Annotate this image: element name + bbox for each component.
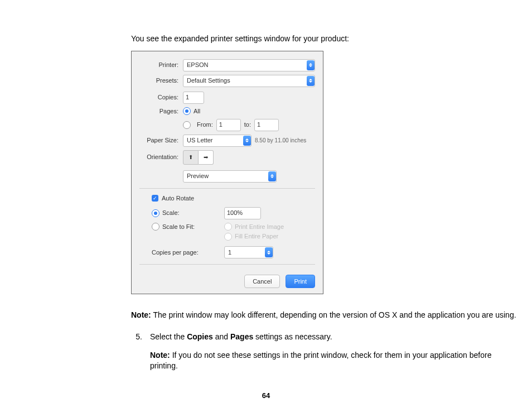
print-entire-radio: [224, 223, 232, 231]
dropdown-icon: [307, 60, 315, 70]
scale-to-fit-radio[interactable]: [152, 223, 159, 231]
print-dialog: Printer: EPSON Presets: Default Settings…: [131, 51, 323, 294]
note-label: Note:: [131, 310, 151, 319]
section-select[interactable]: Preview: [183, 170, 277, 183]
copies-per-page-value: 1: [228, 248, 265, 257]
scale-label: Scale:: [162, 209, 180, 217]
orientation-label: Orientation:: [139, 153, 183, 161]
auto-rotate-label: Auto Rotate: [162, 194, 194, 203]
page-number: 64: [0, 391, 532, 400]
print-button[interactable]: Print: [286, 275, 315, 288]
from-label: From:: [197, 121, 213, 129]
from-value: 1: [219, 121, 223, 129]
dropdown-icon: [243, 136, 251, 146]
dropdown-icon: [307, 76, 315, 86]
pages-all-label: All: [194, 107, 200, 116]
orientation-landscape-button[interactable]: ➡︎: [199, 150, 214, 165]
fill-paper-label: Fill Entire Paper: [235, 232, 278, 241]
note-1: Note: The print window may look differen…: [131, 310, 521, 320]
from-input[interactable]: 1: [216, 119, 241, 131]
scale-value: 100%: [227, 209, 243, 217]
cancel-button[interactable]: Cancel: [244, 275, 280, 288]
auto-rotate-checkbox[interactable]: ✓: [152, 195, 158, 202]
landscape-icon: ➡︎: [204, 155, 208, 160]
pages-all-radio[interactable]: [183, 107, 191, 115]
pages-label: Pages:: [139, 107, 183, 116]
presets-value: Default Settings: [187, 76, 307, 85]
note-2-text: If you do not see these settings in the …: [150, 351, 491, 370]
copies-input[interactable]: 1: [183, 92, 204, 104]
orientation-portrait-button[interactable]: ⬆︎: [183, 150, 199, 165]
section-value: Preview: [187, 172, 268, 180]
to-label: to:: [244, 121, 251, 129]
pages-from-radio[interactable]: [183, 121, 191, 129]
fill-paper-radio: [224, 233, 232, 241]
step-5-number: 5.: [131, 332, 142, 371]
presets-label: Presets:: [139, 76, 183, 85]
scale-radio[interactable]: [152, 209, 159, 217]
copies-per-page-label: Copies per page:: [152, 248, 199, 257]
paper-dimensions: 8.50 by 11.00 inches: [255, 137, 306, 145]
papersize-label: Paper Size:: [139, 136, 183, 145]
dropdown-icon: [265, 247, 273, 257]
printer-select[interactable]: EPSON: [183, 59, 315, 71]
copies-per-page-select[interactable]: 1: [224, 246, 273, 258]
to-input[interactable]: 1: [254, 119, 279, 131]
presets-select[interactable]: Default Settings: [183, 75, 315, 87]
papersize-select[interactable]: US Letter: [183, 135, 252, 147]
note-2: Note: If you do not see these settings i…: [150, 350, 521, 371]
intro-text: You see the expanded printer settings wi…: [131, 33, 521, 44]
step-5-text: Select the Copies and Pages settings as …: [150, 332, 521, 342]
divider: [139, 264, 315, 265]
note-label: Note:: [150, 351, 170, 360]
copies-value: 1: [186, 93, 189, 102]
scale-to-fit-label: Scale to Fit:: [162, 223, 195, 231]
scale-input[interactable]: 100%: [224, 207, 261, 219]
portrait-icon: ⬆︎: [188, 155, 193, 160]
print-entire-label: Print Entire Image: [235, 223, 284, 231]
papersize-value: US Letter: [187, 136, 243, 145]
printer-label: Printer:: [139, 61, 183, 69]
dropdown-icon: [268, 171, 276, 181]
printer-value: EPSON: [187, 61, 307, 69]
to-value: 1: [257, 121, 260, 129]
divider: [139, 188, 315, 189]
note-1-text: The print window may look different, dep…: [151, 310, 516, 319]
copies-label: Copies:: [139, 93, 183, 102]
